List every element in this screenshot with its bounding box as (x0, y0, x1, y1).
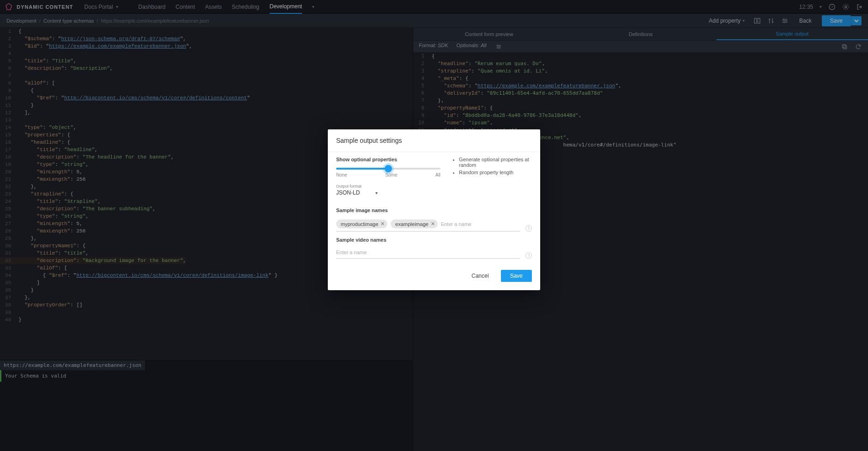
bullet-generate: Generate optional properties at random (459, 157, 532, 168)
sample-videos-input[interactable] (336, 246, 520, 259)
modal-save-button[interactable]: Save (501, 270, 532, 282)
info-icon[interactable]: ? (525, 252, 532, 259)
slider-label: Show optional properties (336, 157, 440, 162)
optional-properties-slider[interactable] (336, 168, 440, 170)
chip-remove-icon[interactable]: ✕ (431, 221, 435, 227)
chevron-down-icon: ▾ (375, 190, 378, 195)
sample-output-settings-modal: Sample output settings Show optional pro… (328, 129, 540, 290)
output-format-select[interactable]: JSON-LD ▾ (336, 189, 378, 199)
chip-myproductimage: myproductimage✕ (336, 219, 387, 228)
sample-images-label: Sample image names (336, 207, 532, 213)
chip-remove-icon[interactable]: ✕ (380, 221, 385, 227)
output-format-label: Output format (336, 184, 440, 189)
slider-none: None (336, 172, 347, 177)
slider-thumb[interactable] (385, 165, 392, 172)
bullet-random-length: Random property length (459, 170, 532, 175)
modal-overlay[interactable]: Sample output settings Show optional pro… (0, 0, 868, 451)
sample-videos-text-input[interactable] (336, 250, 520, 255)
slider-some: Some (385, 172, 397, 177)
output-format-value: JSON-LD (336, 189, 360, 196)
modal-title: Sample output settings (328, 129, 540, 152)
sample-images-input[interactable]: myproductimage✕ exampleimage✕ (336, 217, 520, 232)
sample-images-text-input[interactable] (441, 221, 520, 227)
modal-cancel-button[interactable]: Cancel (465, 270, 495, 282)
sample-videos-label: Sample video names (336, 237, 532, 243)
chip-exampleimage: exampleimage✕ (391, 219, 438, 228)
slider-all: All (435, 172, 440, 177)
info-icon[interactable]: ? (525, 225, 532, 232)
